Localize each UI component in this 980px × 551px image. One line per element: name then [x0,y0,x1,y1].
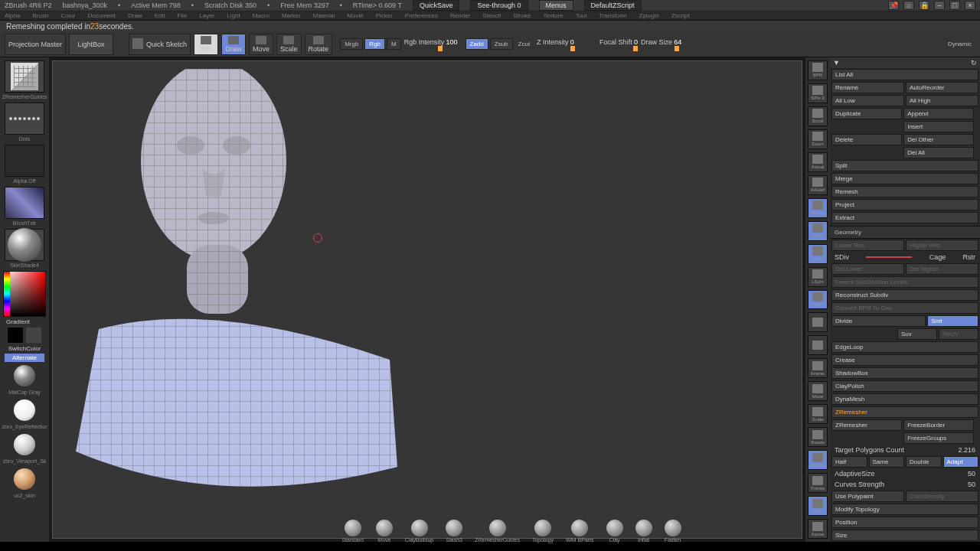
brush-swatch[interactable] [5,60,44,93]
adaptive-size-slider[interactable]: AdaptiveSize50 [830,468,980,479]
split-button[interactable]: Split [831,160,978,171]
minimize-icon[interactable]: – [934,1,945,10]
freeze-groups-button[interactable]: FreezeGroups [903,432,974,444]
dynamic-label[interactable]: Dynamic [944,39,975,49]
use-polypaint-button[interactable]: Use Polypaint [831,491,904,502]
menu-item[interactable]: Stencil [482,12,501,19]
pin-icon[interactable]: 📌 [888,1,899,10]
brush-move[interactable]: Move [376,520,393,543]
reconstruct-subdiv-button[interactable]: Reconstruct Subdiv [831,289,978,301]
material-swatch[interactable] [5,229,44,261]
duplicate-button[interactable]: Duplicate [831,108,902,119]
material-preset[interactable] [14,434,35,455]
suv-button[interactable]: Suv [897,328,937,340]
viewport-aahalf-button[interactable]: AAHalf [808,175,828,195]
projection-master-button[interactable]: Projection Master [5,34,66,55]
autoreorder-button[interactable]: AutoReorder [906,82,978,93]
del-all-button[interactable]: Del All [903,147,974,158]
menu-item[interactable]: Material [313,12,335,19]
edgeloop-button[interactable]: EdgeLoop [831,341,978,353]
hue-strip[interactable] [4,272,10,316]
draw-button[interactable]: Draw [221,34,246,55]
arrow-cycle-icon[interactable]: ↻ [971,59,977,67]
rename-button[interactable]: Rename [831,82,904,93]
viewport-local-button[interactable]: Local [808,244,828,264]
maximize-icon[interactable]: □ [949,1,960,10]
brush-imm bparts[interactable]: IMM BParts [566,520,594,543]
menu-item[interactable]: Document [88,12,116,19]
texture-swatch[interactable] [5,187,44,219]
modify-topology-button[interactable]: Modify Topology [831,504,978,515]
viewport-floor-button[interactable]: Floor [808,221,828,241]
same-button[interactable]: Same [869,456,905,468]
remesh-button[interactable]: Remesh [831,186,978,197]
menu-item[interactable]: Light [227,12,240,19]
menu-item[interactable]: Brush [32,12,48,19]
smt-button[interactable]: Smt [927,315,978,327]
extract-button[interactable]: Extract [831,212,978,223]
close-icon[interactable]: × [965,1,975,10]
menu-item[interactable]: Zscript [671,12,690,19]
project-button[interactable]: Project [831,199,978,210]
menu-item[interactable]: Preferences [405,12,438,19]
viewport-frame-button[interactable]: Frame [808,358,828,378]
position-button[interactable]: Position [831,517,978,528]
rgb-button[interactable]: Rgb [364,38,385,50]
list-all-button[interactable]: List All [831,69,978,80]
viewport-xyz-button[interactable]: Xyz [808,290,828,310]
zremesher-section[interactable]: ZRemesher [831,406,978,418]
brush-topology[interactable]: Topology [532,520,554,543]
viewport-bpr-button[interactable]: BPR [808,60,828,80]
rotate-button[interactable]: Rotate [305,34,333,55]
menu-item[interactable]: Edit [155,12,165,19]
delete-button[interactable]: Delete [831,134,902,145]
viewport-scroll-button[interactable]: Scroll [808,106,828,126]
viewport-solo-button[interactable]: Solo [808,496,828,516]
menu-item[interactable]: Transform [599,12,626,19]
brush-zremesherguides[interactable]: ZRemesherGuides [475,520,520,543]
lightbox-button[interactable]: LightBox [69,34,113,55]
focal-shift-slider[interactable]: Focal Shift 0 [599,38,638,50]
divide-button[interactable]: Divide [831,315,926,327]
zsub-button[interactable]: Zsub [490,38,513,50]
adapt-button[interactable]: Adapt [943,456,979,468]
draw-size-slider[interactable]: Draw Size 64 [641,38,681,50]
brush-slash3[interactable]: Slash3 [446,520,462,543]
arrow-down-icon[interactable]: ▼ [833,59,840,67]
insert-button[interactable]: Insert [903,121,974,132]
viewport-nav-button[interactable] [808,335,828,355]
alpha-swatch[interactable] [5,145,44,177]
freeze-border-button[interactable]: FreezeBorder [903,419,974,431]
geometry-header[interactable]: Geometry [830,226,980,239]
zadd-button[interactable]: Zadd [466,38,488,50]
menu-item[interactable]: Tool [576,12,587,19]
edit-button[interactable]: Edit [194,34,218,55]
color-picker[interactable] [3,271,46,317]
quicksave-button[interactable]: QuickSave [413,0,460,11]
quick-sketch-button[interactable]: Quick Sketch [129,34,191,55]
scale-button[interactable]: Scale [276,34,302,55]
viewport-actual-button[interactable]: Actual [808,152,828,172]
menu-item[interactable]: Alpha [5,12,20,19]
menu-item[interactable]: Macro [253,12,270,19]
alternate-button[interactable]: Alternate [5,354,44,362]
move-button[interactable]: Move [249,34,273,55]
brush-inflat[interactable]: Inflat [635,520,652,543]
menu-item[interactable]: Zplugin [639,12,658,19]
material-preset[interactable] [14,399,35,421]
viewport-spix 3-button[interactable]: SPix 3 [808,83,828,103]
menu-item[interactable]: Picker [376,12,393,19]
viewport-move-button[interactable]: Move [808,381,828,401]
all-high-button[interactable]: All High [906,95,978,106]
menu-item[interactable]: Render [450,12,470,19]
material-preset[interactable] [14,365,35,386]
crease-button[interactable]: Crease [831,354,978,366]
del-other-button[interactable]: Del Other [903,134,974,145]
home-icon[interactable]: ⌂ [903,1,914,10]
menus-button[interactable]: Menus [539,0,573,11]
append-button[interactable]: Append [903,108,974,119]
half-button[interactable]: Half [831,456,867,468]
menu-item[interactable]: Stroke [513,12,531,19]
curves-strength-slider[interactable]: Curves Strength50 [830,479,980,490]
seethrough-button[interactable]: See-through 0 [470,0,528,11]
